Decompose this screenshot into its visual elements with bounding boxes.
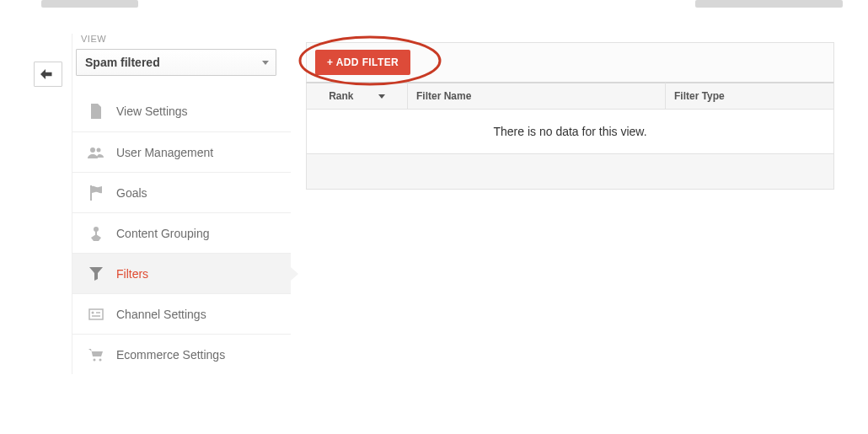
sidebar-item-view-settings[interactable]: View Settings [72,91,291,131]
cart-icon [88,346,104,363]
sidebar-item-content-grouping[interactable]: Content Grouping [72,212,291,253]
sidebar-item-label: Channel Settings [116,308,206,321]
back-button[interactable] [34,62,62,87]
decorative-bar-left [41,0,138,8]
table-footer-row [307,154,834,190]
svg-point-4 [92,311,94,313]
sidebar-item-label: Ecommerce Settings [116,348,225,362]
sidebar-item-label: Content Grouping [116,227,210,240]
page-icon [88,103,104,120]
table-empty-message: There is no data for this view. [307,110,834,154]
funnel-icon [88,265,104,282]
channel-icon [88,306,104,323]
sidebar-item-goals[interactable]: Goals [72,172,291,212]
sidebar-section-label: VIEW [81,34,291,44]
sidebar-item-label: User Management [116,146,213,159]
filters-table: Rank Filter Name Filter Type There is no… [306,83,834,190]
svg-point-0 [90,147,95,153]
svg-point-1 [97,147,101,152]
view-dropdown[interactable]: Spam filtered [76,49,276,76]
table-empty-row: There is no data for this view. [307,110,834,154]
sidebar-menu: View Settings User Management Goals Cont… [72,91,291,374]
back-arrow-icon [40,68,56,80]
sidebar-item-channel-settings[interactable]: Channel Settings [72,293,291,334]
svg-rect-3 [89,309,103,319]
filters-toolbar: + ADD FILTER [306,42,834,83]
main-content: + ADD FILTER Rank Filter Name Filter Typ… [291,34,868,374]
col-header-filter-type[interactable]: Filter Type [666,83,834,110]
sort-desc-icon [378,94,385,99]
sidebar: VIEW Spam filtered View Settings User Ma… [72,34,291,374]
sidebar-item-label: View Settings [116,104,188,118]
sidebar-item-ecommerce-settings[interactable]: Ecommerce Settings [72,334,291,374]
view-dropdown-value: Spam filtered [85,56,160,69]
flag-icon [88,185,104,201]
svg-point-6 [99,358,102,361]
sidebar-item-user-management[interactable]: User Management [72,131,291,172]
sidebar-item-label: Filters [116,267,148,281]
decorative-bar-right [695,0,843,8]
sidebar-item-filters[interactable]: Filters [72,253,291,293]
col-header-filter-name[interactable]: Filter Name [408,83,666,110]
chevron-down-icon [262,61,269,65]
grouping-icon [88,225,104,242]
col-header-rank[interactable]: Rank [307,83,408,110]
users-icon [88,144,104,161]
add-filter-button[interactable]: + ADD FILTER [315,50,410,75]
sidebar-item-label: Goals [116,186,147,200]
svg-point-5 [94,358,96,361]
